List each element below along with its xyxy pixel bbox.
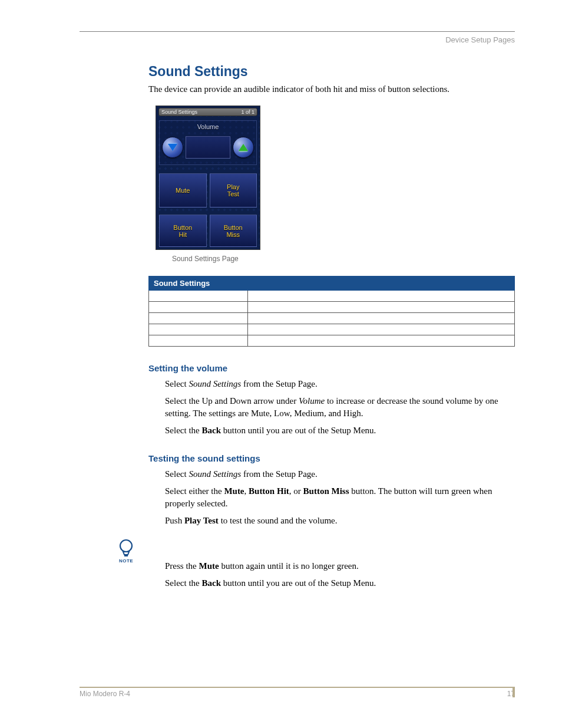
- mute-button[interactable]: Mute: [159, 173, 207, 207]
- sound-settings-table: Sound Settings: [148, 276, 515, 347]
- table-row: [149, 302, 515, 313]
- step-text: Select the Back button until you are out…: [165, 424, 515, 437]
- device-screenshot: Sound Settings 1 of 1 Volume Mute Play T…: [156, 106, 260, 250]
- button-miss-button[interactable]: Button Miss: [210, 215, 257, 247]
- header-section-label: Device Setup Pages: [445, 35, 515, 44]
- play-test-button[interactable]: Play Test: [210, 173, 257, 207]
- intro-paragraph: The device can provide an audible indica…: [148, 83, 515, 95]
- device-titlebar-right: 1 of 1: [241, 109, 254, 115]
- subheading-setting-volume: Setting the volume: [148, 363, 515, 373]
- table-row: [149, 291, 515, 302]
- device-titlebar-left: Sound Settings: [161, 109, 197, 115]
- volume-down-button[interactable]: [162, 137, 183, 158]
- subheading-testing: Testing the sound settings: [148, 453, 515, 463]
- step-text: Select Sound Settings from the Setup Pag…: [165, 468, 515, 480]
- triangle-down-icon: [168, 144, 177, 151]
- volume-indicator: [186, 136, 230, 159]
- triangle-up-icon: [239, 144, 248, 151]
- step-text: Select the Up and Down arrow under Volum…: [165, 395, 515, 420]
- step-text: Press the Mute button again until it is …: [165, 560, 515, 572]
- page-footer: Mio Modero R-4 17: [80, 687, 515, 699]
- step-text: Select either the Mute, Button Hit, or B…: [165, 485, 515, 510]
- step-text: Select the Back button until you are out…: [165, 577, 515, 589]
- table-header: Sound Settings: [149, 276, 515, 291]
- step-text: Select Sound Settings from the Setup Pag…: [165, 378, 515, 390]
- volume-up-button[interactable]: [233, 137, 254, 158]
- svg-point-0: [120, 540, 132, 552]
- footer-accent: [513, 688, 515, 697]
- table-row: [149, 324, 515, 335]
- device-titlebar: Sound Settings 1 of 1: [158, 108, 257, 116]
- top-rule: [80, 31, 515, 32]
- page-title: Sound Settings: [148, 64, 515, 80]
- table-row: [149, 313, 515, 324]
- step-text: Push Play Test to test the sound and the…: [165, 515, 515, 527]
- footer-product: Mio Modero R-4: [80, 690, 130, 698]
- button-hit-button[interactable]: Button Hit: [159, 215, 207, 247]
- table-row: [149, 335, 515, 347]
- device-volume-label: Volume: [160, 123, 256, 130]
- figure-caption: Sound Settings Page: [172, 255, 515, 263]
- device-volume-panel: Volume: [159, 120, 257, 165]
- note-icon: NOTE: [114, 538, 138, 564]
- note-label: NOTE: [114, 558, 138, 564]
